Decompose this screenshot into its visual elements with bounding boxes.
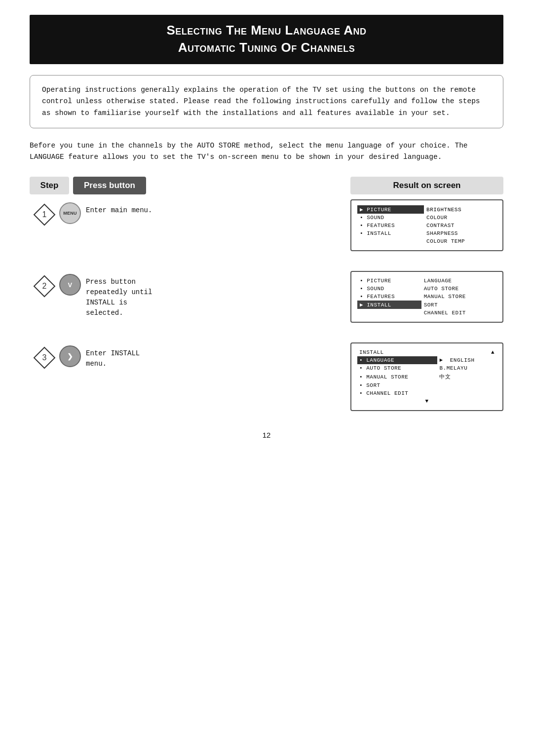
step-2-button-area: V Press button repeatedly until INSTALL …: [59, 271, 158, 318]
table-row: • AUTO STORE B.MELAYU: [357, 364, 496, 372]
column-headers: Step Press button Result on screen: [30, 177, 503, 194]
intro-text: Operating instructions generally explain…: [42, 84, 491, 119]
step-diamond-2: 2: [33, 275, 56, 298]
step-2-description: Press button repeatedly until INSTALL is…: [86, 274, 158, 318]
table-row: • LANGUAGE ► ENGLISH: [357, 356, 496, 364]
table-row: • SOUND AUTO STORE: [357, 285, 496, 293]
step-row-3: 3 ❯ Enter INSTALL menu. INSTALL ▲ • LANG…: [30, 342, 503, 411]
step-3-description: Enter INSTALL menu.: [86, 345, 158, 369]
step-number-3: 3: [30, 342, 59, 369]
table-row: • SOUND COLOUR: [357, 214, 496, 222]
table-row: COLOUR TEMP: [357, 237, 496, 245]
table-row: INSTALL ▲: [357, 348, 496, 356]
table-row: ▶ PICTURE BRIGHTNESS: [357, 205, 496, 214]
table-row: • FEATURES MANUAL STORE: [357, 293, 496, 301]
step-diamond-1: 1: [33, 203, 56, 226]
table-row: • FEATURES CONTRAST: [357, 222, 496, 229]
step-column-header: Step: [30, 177, 69, 194]
table-row: • PICTURE LANGUAGE: [357, 277, 496, 285]
page-number: 12: [30, 431, 503, 439]
step-row-1: 1 MENU Enter main menu. ▶ PICTURE BRIGHT…: [30, 199, 503, 251]
press-column-header: Press button: [73, 177, 146, 194]
step-number-1: 1: [30, 199, 59, 226]
step-2-result: • PICTURE LANGUAGE • SOUND AUTO STORE • …: [350, 271, 503, 323]
step-number-2: 2: [30, 271, 59, 298]
svg-text:2: 2: [42, 282, 47, 290]
intro-box: Operating instructions generally explain…: [30, 75, 503, 128]
tv-screen-3: INSTALL ▲ • LANGUAGE ► ENGLISH • AUTO ST…: [350, 342, 503, 411]
svg-text:3: 3: [42, 353, 47, 362]
step-diamond-3: 3: [33, 346, 56, 369]
tv-screen-2: • PICTURE LANGUAGE • SOUND AUTO STORE • …: [350, 271, 503, 323]
step-3-result: INSTALL ▲ • LANGUAGE ► ENGLISH • AUTO ST…: [350, 342, 503, 411]
table-row: CHANNEL EDIT: [357, 309, 496, 317]
tv-screen-1: ▶ PICTURE BRIGHTNESS • SOUND COLOUR • FE…: [350, 199, 503, 251]
svg-text:1: 1: [42, 210, 47, 219]
table-row: • SORT: [357, 381, 496, 389]
right-button[interactable]: ❯: [59, 345, 81, 367]
table-row: ▼: [357, 397, 496, 405]
table-row: • MANUAL STORE 中文: [357, 372, 496, 381]
table-row: • CHANNEL EDIT: [357, 389, 496, 397]
result-column-header: Result on screen: [350, 177, 503, 194]
step-1-button-area: MENU Enter main menu.: [59, 199, 158, 224]
step-row-2: 2 V Press button repeatedly until INSTAL…: [30, 271, 503, 323]
menu-button[interactable]: MENU: [59, 202, 81, 224]
body-text: Before you tune in the channels by the A…: [30, 140, 503, 163]
page-title-box: Selecting The Menu Language And Automati…: [30, 15, 503, 64]
page-title: Selecting The Menu Language And Automati…: [39, 22, 494, 56]
table-row: ▶ INSTALL SORT: [357, 301, 496, 309]
step-1-result: ▶ PICTURE BRIGHTNESS • SOUND COLOUR • FE…: [350, 199, 503, 251]
step-1-description: Enter main menu.: [86, 202, 158, 216]
v-button[interactable]: V: [59, 274, 81, 296]
table-row: • INSTALL SHARPNESS: [357, 229, 496, 237]
step-3-button-area: ❯ Enter INSTALL menu.: [59, 342, 158, 369]
